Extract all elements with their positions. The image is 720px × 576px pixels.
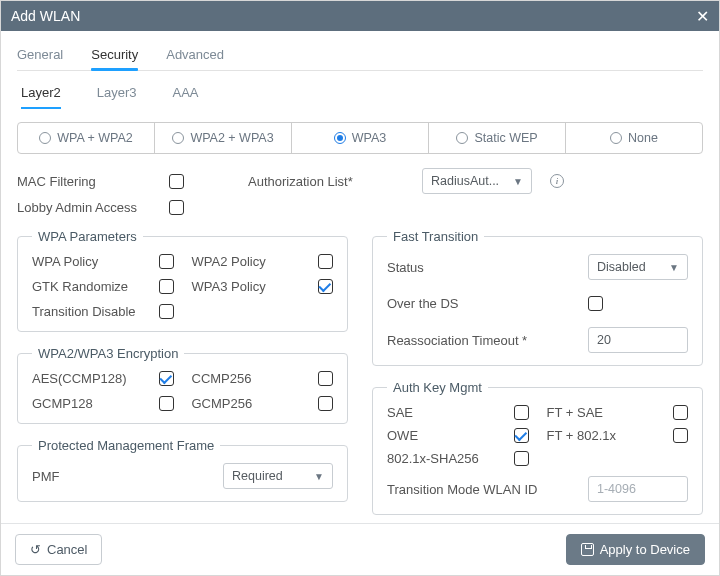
mac-filtering-label: MAC Filtering xyxy=(17,174,157,189)
ccmp256-label: CCMP256 xyxy=(192,371,301,386)
cancel-button[interactable]: Cancel xyxy=(15,534,102,565)
gcmp128-label: GCMP128 xyxy=(32,396,141,411)
wpa2-policy-label: WPA2 Policy xyxy=(192,254,301,269)
wpa3-policy-label: WPA3 Policy xyxy=(192,279,301,294)
radio-icon xyxy=(172,132,184,144)
tab-general[interactable]: General xyxy=(17,41,63,70)
fast-transition-legend: Fast Transition xyxy=(387,229,484,244)
ft-sae-checkbox[interactable] xyxy=(673,405,688,420)
undo-icon xyxy=(30,542,41,557)
aes-checkbox[interactable] xyxy=(159,371,174,386)
wpa-parameters-legend: WPA Parameters xyxy=(32,229,143,244)
mode-label: None xyxy=(628,131,658,145)
lobby-admin-checkbox[interactable] xyxy=(169,200,184,215)
encryption-box: WPA2/WPA3 Encryption AES(CCMP128) CCMP25… xyxy=(17,346,348,424)
gcmp128-checkbox[interactable] xyxy=(159,396,174,411)
gcmp256-label: GCMP256 xyxy=(192,396,301,411)
wpa3-policy-checkbox[interactable] xyxy=(318,279,333,294)
gcmp256-checkbox[interactable] xyxy=(318,396,333,411)
sha256-checkbox[interactable] xyxy=(514,451,529,466)
tm-placeholder: 1-4096 xyxy=(597,482,636,496)
ft-status-label: Status xyxy=(387,260,580,275)
radio-icon xyxy=(456,132,468,144)
tm-wlan-id-input[interactable]: 1-4096 xyxy=(588,476,688,502)
over-ds-checkbox[interactable] xyxy=(588,296,603,311)
auth-list-label: Authorization List* xyxy=(248,174,378,189)
mode-label: WPA + WPA2 xyxy=(57,131,133,145)
mode-label: WPA3 xyxy=(352,131,387,145)
pmf-value: Required xyxy=(232,469,283,483)
radio-icon xyxy=(334,132,346,144)
pmf-box: Protected Management Frame PMF Required … xyxy=(17,438,348,502)
auth-list-value: RadiusAut... xyxy=(431,174,499,188)
pmf-select[interactable]: Required ▼ xyxy=(223,463,333,489)
sha256-label: 802.1x-SHA256 xyxy=(387,451,496,466)
mode-wpa-wpa2[interactable]: WPA + WPA2 xyxy=(18,123,155,153)
tab-security[interactable]: Security xyxy=(91,41,138,70)
close-icon[interactable]: ✕ xyxy=(696,7,709,26)
subtab-aaa[interactable]: AAA xyxy=(173,81,199,108)
wpa-policy-checkbox[interactable] xyxy=(159,254,174,269)
subtab-layer2[interactable]: Layer2 xyxy=(21,81,61,108)
radio-icon xyxy=(39,132,51,144)
wpa-policy-label: WPA Policy xyxy=(32,254,141,269)
reassoc-timeout-input[interactable]: 20 xyxy=(588,327,688,353)
owe-checkbox[interactable] xyxy=(514,428,529,443)
owe-label: OWE xyxy=(387,428,496,443)
chevron-down-icon: ▼ xyxy=(314,471,324,482)
wpa-parameters-box: WPA Parameters WPA Policy WPA2 Policy GT… xyxy=(17,229,348,332)
cancel-label: Cancel xyxy=(47,542,87,557)
subtab-layer3[interactable]: Layer3 xyxy=(97,81,137,108)
ft-sae-label: FT + SAE xyxy=(547,405,656,420)
reassoc-label: Reassociation Timeout * xyxy=(387,333,580,348)
auth-key-mgmt-box: Auth Key Mgmt SAE FT + SAE OWE FT + 802.… xyxy=(372,380,703,515)
ft-status-value: Disabled xyxy=(597,260,646,274)
wpa2-policy-checkbox[interactable] xyxy=(318,254,333,269)
mode-wpa3[interactable]: WPA3 xyxy=(292,123,429,153)
ft-status-select[interactable]: Disabled ▼ xyxy=(588,254,688,280)
radio-icon xyxy=(610,132,622,144)
mac-filtering-checkbox[interactable] xyxy=(169,174,184,189)
tab-advanced[interactable]: Advanced xyxy=(166,41,224,70)
chevron-down-icon: ▼ xyxy=(513,176,523,187)
transition-disable-label: Transition Disable xyxy=(32,304,141,319)
sae-label: SAE xyxy=(387,405,496,420)
ft-8021x-label: FT + 802.1x xyxy=(547,428,656,443)
mode-label: Static WEP xyxy=(474,131,537,145)
mode-none[interactable]: None xyxy=(566,123,702,153)
info-icon[interactable]: i xyxy=(550,174,564,188)
security-mode-bar: WPA + WPA2 WPA2 + WPA3 WPA3 Static WEP N… xyxy=(17,122,703,154)
reassoc-value: 20 xyxy=(597,333,611,347)
ccmp256-checkbox[interactable] xyxy=(318,371,333,386)
mode-label: WPA2 + WPA3 xyxy=(190,131,273,145)
sae-checkbox[interactable] xyxy=(514,405,529,420)
encryption-legend: WPA2/WPA3 Encryption xyxy=(32,346,184,361)
mode-wpa2-wpa3[interactable]: WPA2 + WPA3 xyxy=(155,123,292,153)
pmf-legend: Protected Management Frame xyxy=(32,438,220,453)
mode-static-wep[interactable]: Static WEP xyxy=(429,123,566,153)
pmf-label: PMF xyxy=(32,469,215,484)
fast-transition-box: Fast Transition Status Disabled ▼ Over t… xyxy=(372,229,703,366)
gtk-checkbox[interactable] xyxy=(159,279,174,294)
aes-label: AES(CCMP128) xyxy=(32,371,141,386)
lobby-admin-label: Lobby Admin Access xyxy=(17,200,157,215)
apply-label: Apply to Device xyxy=(600,542,690,557)
over-ds-label: Over the DS xyxy=(387,296,580,311)
tm-wlan-id-label: Transition Mode WLAN ID xyxy=(387,482,580,497)
modal-title: Add WLAN xyxy=(11,8,80,24)
transition-disable-checkbox[interactable] xyxy=(159,304,174,319)
ft-8021x-checkbox[interactable] xyxy=(673,428,688,443)
auth-list-select[interactable]: RadiusAut... ▼ xyxy=(422,168,532,194)
apply-button[interactable]: Apply to Device xyxy=(566,534,705,565)
akm-legend: Auth Key Mgmt xyxy=(387,380,488,395)
chevron-down-icon: ▼ xyxy=(669,262,679,273)
save-icon xyxy=(581,543,594,556)
gtk-label: GTK Randomize xyxy=(32,279,141,294)
